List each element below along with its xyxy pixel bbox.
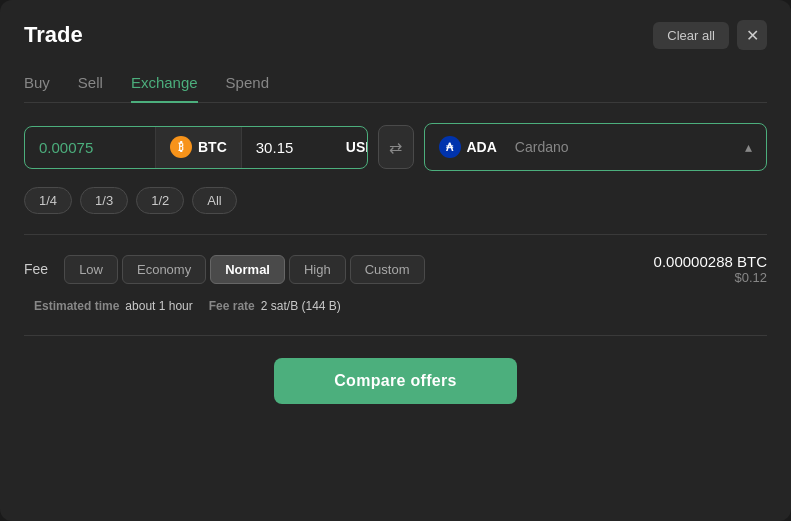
exchange-row: ₿ BTC USD ▾ ⇄ ₳ ADA Cardano ▴ (24, 123, 767, 171)
fee-rate-value: 2 sat/B (144 B) (261, 299, 341, 313)
usd-amount-input[interactable] (242, 127, 332, 168)
fraction-third-button[interactable]: 1/3 (80, 187, 128, 214)
fee-options: Low Economy Normal High Custom (64, 255, 424, 284)
ada-chevron-up-icon[interactable]: ▴ (731, 127, 766, 167)
fee-label: Fee (24, 261, 48, 277)
fee-custom-button[interactable]: Custom (350, 255, 425, 284)
header-actions: Clear all ✕ (653, 20, 767, 50)
btc-label: BTC (198, 139, 227, 155)
usd-group: USD ▾ (241, 127, 368, 168)
divider-bottom (24, 335, 767, 336)
estimated-time-label: Estimated time (34, 299, 119, 313)
compare-offers-button[interactable]: Compare offers (274, 358, 516, 404)
from-input-group: ₿ BTC USD ▾ (24, 126, 368, 169)
trade-panel: Trade Clear all ✕ Buy Sell Exchange Spen… (0, 0, 791, 521)
divider-top (24, 234, 767, 235)
fee-normal-button[interactable]: Normal (210, 255, 285, 284)
estimated-row: Estimated time about 1 hour Fee rate 2 s… (24, 299, 767, 313)
usd-label: USD (346, 139, 368, 155)
tab-sell[interactable]: Sell (78, 74, 103, 103)
fraction-quarter-button[interactable]: 1/4 (24, 187, 72, 214)
ada-icon: ₳ (439, 136, 461, 158)
fraction-row: 1/4 1/3 1/2 All (24, 187, 767, 214)
swap-icon: ⇄ (389, 138, 402, 157)
to-input-group: ₳ ADA Cardano ▴ (424, 123, 768, 171)
header: Trade Clear all ✕ (24, 20, 767, 50)
tab-buy[interactable]: Buy (24, 74, 50, 103)
fee-btc-value: 0.00000288 BTC (654, 253, 767, 270)
page-title: Trade (24, 22, 83, 48)
ada-label: ADA (467, 139, 497, 155)
btc-badge: ₿ BTC (155, 127, 241, 168)
fraction-all-button[interactable]: All (192, 187, 236, 214)
tab-spend[interactable]: Spend (226, 74, 269, 103)
estimated-time-value: about 1 hour (125, 299, 192, 313)
usd-selector[interactable]: USD ▾ (332, 139, 368, 155)
clear-all-button[interactable]: Clear all (653, 22, 729, 49)
btc-icon: ₿ (170, 136, 192, 158)
cardano-name-label: Cardano (511, 139, 731, 155)
tab-bar: Buy Sell Exchange Spend (24, 74, 767, 103)
from-amount-input[interactable] (25, 127, 155, 168)
fee-usd-value: $0.12 (654, 270, 767, 285)
swap-button[interactable]: ⇄ (378, 125, 414, 169)
tab-exchange[interactable]: Exchange (131, 74, 198, 103)
fee-high-button[interactable]: High (289, 255, 346, 284)
fee-amount: 0.00000288 BTC $0.12 (654, 253, 767, 285)
ada-badge: ₳ ADA (425, 124, 511, 170)
fee-economy-button[interactable]: Economy (122, 255, 206, 284)
fee-low-button[interactable]: Low (64, 255, 118, 284)
fraction-half-button[interactable]: 1/2 (136, 187, 184, 214)
fee-rate-label: Fee rate (209, 299, 255, 313)
fee-row: Fee Low Economy Normal High Custom 0.000… (24, 253, 767, 285)
close-button[interactable]: ✕ (737, 20, 767, 50)
